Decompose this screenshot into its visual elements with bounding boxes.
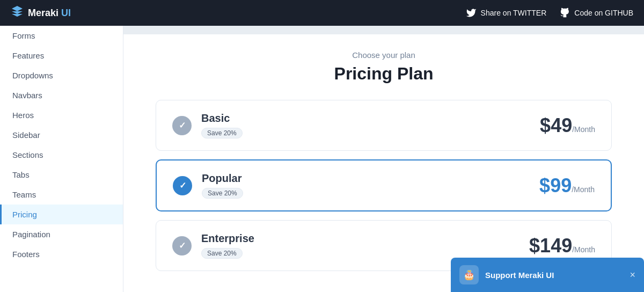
- main-content: Choose your plan Pricing Plan ✓ Basic Sa…: [123, 26, 644, 292]
- sidebar-item-features[interactable]: Features: [0, 46, 123, 65]
- sidebar-item-sidebar[interactable]: Sidebar: [0, 125, 123, 145]
- sidebar-item-tabs[interactable]: Tabs: [0, 165, 123, 185]
- card-price-enterprise: $149/Month: [529, 235, 595, 257]
- price-period-enterprise: /Month: [572, 245, 595, 254]
- card-name-basic: Basic: [201, 112, 540, 125]
- price-amount-basic: $49: [540, 114, 572, 136]
- layout: Forms Features Dropdowns Navbars Heros S…: [0, 26, 644, 292]
- logo-text: Meraki UI: [28, 8, 71, 19]
- price-period-basic: /Month: [572, 125, 595, 134]
- save-badge-popular: Save 20%: [202, 188, 243, 199]
- support-text: Support Meraki UI: [485, 271, 554, 280]
- logo-icon: [11, 5, 24, 21]
- sidebar-item-heros[interactable]: Heros: [0, 105, 123, 125]
- sidebar-item-sections[interactable]: Sections: [0, 145, 123, 165]
- sidebar-item-dropdowns[interactable]: Dropdowns: [0, 65, 123, 85]
- twitter-link-text: Share on TWITTER: [481, 9, 547, 17]
- top-bar: [123, 26, 644, 34]
- price-amount-popular: $99: [539, 174, 572, 196]
- content-area: Choose your plan Pricing Plan ✓ Basic Sa…: [123, 34, 644, 292]
- github-icon: [559, 8, 570, 18]
- pricing-card-popular[interactable]: ✓ Popular Save 20% $99/Month: [156, 159, 612, 211]
- header: Meraki UI Share on TWITTER Code on GITHU…: [0, 0, 644, 26]
- save-badge-basic: Save 20%: [201, 128, 243, 138]
- pricing-card-basic[interactable]: ✓ Basic Save 20% $49/Month: [156, 100, 612, 151]
- card-info-basic: Basic Save 20%: [201, 112, 540, 138]
- card-info-enterprise: Enterprise Save 20%: [201, 232, 529, 259]
- sidebar-item-footers[interactable]: Footers: [0, 244, 123, 264]
- sidebar-item-pricing[interactable]: Pricing: [0, 205, 123, 224]
- sidebar: Forms Features Dropdowns Navbars Heros S…: [0, 26, 123, 292]
- sidebar-item-pagination[interactable]: Pagination: [0, 224, 123, 244]
- check-icon-basic: ✓: [179, 120, 186, 130]
- support-close-button[interactable]: ×: [630, 269, 635, 281]
- check-circle-enterprise: ✓: [172, 236, 192, 256]
- sidebar-item-navbars[interactable]: Navbars: [0, 85, 123, 105]
- plan-title: Pricing Plan: [156, 64, 612, 84]
- github-link-text: Code on GITHUB: [574, 9, 633, 17]
- save-badge-enterprise: Save 20%: [201, 248, 243, 259]
- twitter-icon: [466, 8, 477, 18]
- check-circle-popular: ✓: [173, 176, 192, 195]
- logo[interactable]: Meraki UI: [11, 5, 71, 21]
- sidebar-item-forms[interactable]: Forms: [0, 26, 123, 46]
- card-name-popular: Popular: [202, 172, 539, 185]
- sidebar-item-teams[interactable]: Teams: [0, 185, 123, 205]
- support-bar: 🎂 Support Meraki UI ×: [451, 258, 644, 292]
- card-price-basic: $49/Month: [540, 114, 595, 137]
- card-info-popular: Popular Save 20%: [202, 172, 539, 199]
- github-link[interactable]: Code on GITHUB: [559, 8, 633, 18]
- price-period-popular: /Month: [572, 185, 595, 194]
- cake-icon: 🎂: [459, 265, 479, 284]
- twitter-link[interactable]: Share on TWITTER: [466, 8, 547, 18]
- header-links: Share on TWITTER Code on GITHUB: [466, 8, 633, 18]
- check-icon-enterprise: ✓: [179, 240, 186, 251]
- support-left: 🎂 Support Meraki UI: [459, 265, 554, 284]
- check-circle-basic: ✓: [172, 116, 192, 135]
- plan-subtitle: Choose your plan: [156, 50, 612, 60]
- card-price-popular: $99/Month: [539, 174, 595, 197]
- check-icon-popular: ✓: [179, 180, 186, 191]
- card-name-enterprise: Enterprise: [201, 232, 529, 245]
- price-amount-enterprise: $149: [529, 235, 572, 257]
